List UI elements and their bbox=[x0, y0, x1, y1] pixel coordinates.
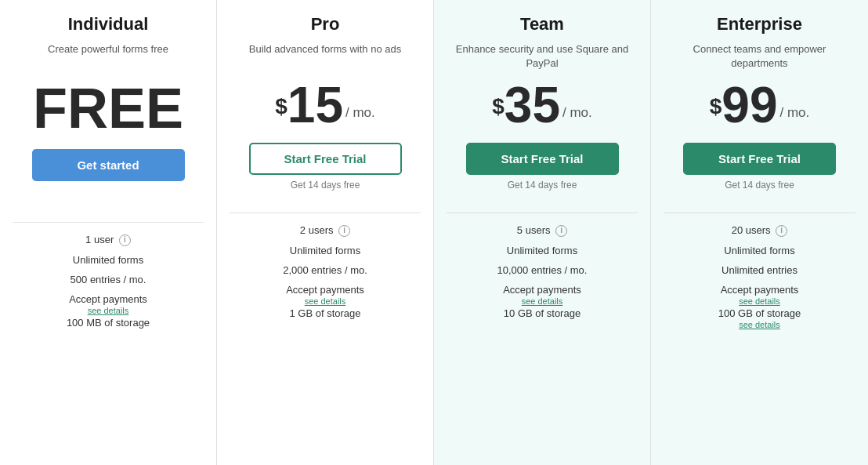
users-info-icon-pro[interactable]: i bbox=[338, 225, 350, 237]
storage-enterprise: 100 GB of storage see details bbox=[664, 307, 855, 329]
price-free: FREE bbox=[33, 80, 183, 136]
see-details-storage-enterprise[interactable]: see details bbox=[664, 320, 855, 329]
divider bbox=[664, 213, 855, 213]
payments-pro: Accept payments see details bbox=[230, 284, 421, 306]
unlimited-forms-team: Unlimited forms bbox=[447, 245, 638, 256]
unlimited-forms-pro: Unlimited forms bbox=[230, 245, 421, 256]
entries-team: 10,000 entries / mo. bbox=[447, 264, 638, 276]
trial-button-team[interactable]: Start Free Trial bbox=[466, 143, 619, 175]
price-number-team: 35 bbox=[505, 80, 560, 130]
plan-team: Team Enhance security and use Square and… bbox=[434, 0, 651, 465]
users-team: 5 users i bbox=[447, 224, 638, 237]
plan-title-enterprise: Enterprise bbox=[717, 14, 802, 35]
users-individual: 1 user i bbox=[13, 234, 204, 246]
plan-title-pro: Pro bbox=[311, 14, 340, 35]
plan-desc-team: Enhance security and use Square and PayP… bbox=[447, 42, 638, 71]
see-details-payments-pro[interactable]: see details bbox=[230, 296, 421, 306]
unlimited-forms-individual: Unlimited forms bbox=[13, 254, 204, 266]
price-dollar-enterprise: $ bbox=[710, 94, 722, 119]
pricing-grid: Individual Create powerful forms free FR… bbox=[0, 0, 868, 465]
entries-pro: 2,000 entries / mo. bbox=[230, 264, 421, 276]
users-info-icon-team[interactable]: i bbox=[555, 225, 567, 237]
entries-individual: 500 entries / mo. bbox=[13, 274, 204, 285]
trial-note-team: Get 14 days free bbox=[508, 180, 577, 191]
plan-individual: Individual Create powerful forms free FR… bbox=[0, 0, 217, 465]
see-details-payments-enterprise[interactable]: see details bbox=[664, 296, 855, 306]
see-details-payments-team[interactable]: see details bbox=[447, 296, 638, 306]
plan-desc-pro: Build advanced forms with no ads bbox=[249, 42, 401, 71]
price-block-pro: $ 15 / mo. bbox=[275, 80, 375, 130]
payments-individual: Accept payments see details bbox=[13, 293, 204, 315]
price-block-enterprise: $ 99 / mo. bbox=[710, 80, 810, 130]
see-details-payments-individual[interactable]: see details bbox=[13, 306, 204, 315]
plan-desc-enterprise: Connect teams and empower departments bbox=[664, 42, 855, 71]
price-block-individual: FREE bbox=[33, 80, 183, 136]
price-number-pro: 15 bbox=[288, 80, 343, 130]
price-dollar-pro: $ bbox=[275, 94, 288, 119]
trial-button-pro[interactable]: Start Free Trial bbox=[249, 143, 402, 175]
storage-team: 10 GB of storage bbox=[447, 307, 638, 319]
users-info-icon-enterprise[interactable]: i bbox=[776, 225, 787, 237]
unlimited-forms-enterprise: Unlimited forms bbox=[664, 245, 855, 256]
trial-note-pro: Get 14 days free bbox=[291, 180, 360, 191]
price-dollar-team: $ bbox=[492, 94, 505, 119]
get-started-button[interactable]: Get started bbox=[32, 149, 185, 181]
users-pro: 2 users i bbox=[230, 224, 421, 237]
payments-enterprise: Accept payments see details bbox=[664, 284, 855, 306]
users-info-icon[interactable]: i bbox=[119, 234, 131, 246]
trial-note-enterprise: Get 14 days free bbox=[725, 180, 794, 191]
plan-title-team: Team bbox=[520, 14, 564, 35]
storage-pro: 1 GB of storage bbox=[230, 307, 421, 319]
price-per-enterprise: / mo. bbox=[779, 105, 809, 121]
plan-desc-individual: Create powerful forms free bbox=[48, 42, 168, 71]
price-number-enterprise: 99 bbox=[722, 80, 777, 130]
price-per-team: / mo. bbox=[562, 105, 592, 121]
divider bbox=[13, 222, 204, 223]
plan-enterprise: Enterprise Connect teams and empower dep… bbox=[651, 0, 868, 465]
storage-individual: 100 MB of storage bbox=[13, 317, 204, 329]
divider bbox=[447, 213, 638, 213]
payments-team: Accept payments see details bbox=[447, 284, 638, 306]
plan-pro: Pro Build advanced forms with no ads $ 1… bbox=[217, 0, 434, 465]
users-enterprise: 20 users i bbox=[664, 224, 855, 237]
divider bbox=[230, 213, 421, 213]
price-block-team: $ 35 / mo. bbox=[492, 80, 592, 130]
plan-title-individual: Individual bbox=[68, 14, 149, 35]
trial-button-enterprise[interactable]: Start Free Trial bbox=[683, 143, 836, 175]
unlimited-entries-enterprise: Unlimited entries bbox=[664, 264, 855, 276]
price-per-pro: / mo. bbox=[345, 105, 375, 121]
